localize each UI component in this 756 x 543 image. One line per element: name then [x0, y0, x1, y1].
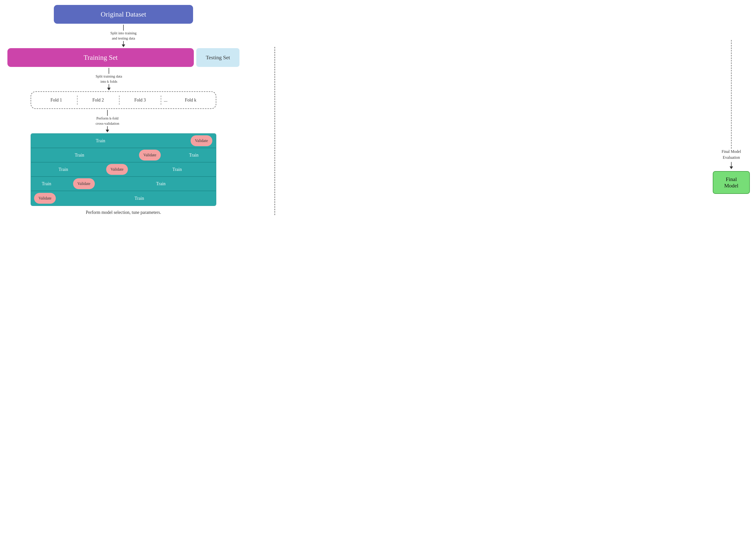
kfold-row3-train-left: Train — [31, 162, 96, 176]
arrow2-group: Split training data into k folds — [96, 68, 122, 90]
arrow3-line2 — [107, 126, 108, 130]
fold-1: Fold 1 — [36, 96, 78, 105]
kfold-row3-train-right: Train — [139, 162, 216, 176]
kfold-row-3: Train Validate Train — [31, 162, 216, 177]
kfold-row2-train-right: Train — [172, 148, 216, 162]
folds-container: Fold 1 Fold 2 Fold 3 ... Fold k — [31, 91, 216, 109]
bottom-label: Perform model selection, tune parameters… — [31, 210, 216, 215]
dashed-line-vertical — [275, 47, 275, 215]
arrow1-line — [123, 25, 124, 31]
arrow1-group: Split into training and testing data — [110, 25, 137, 47]
folds-section: Fold 1 Fold 2 Fold 3 ... Fold k — [7, 91, 239, 109]
kfold-row-1: Train Validate — [31, 134, 216, 148]
kfold-row-5: Validate Train — [31, 191, 216, 205]
arrow3-tip — [106, 130, 109, 132]
kfold-row5-train-right: Train — [63, 191, 216, 205]
arrow2-label-line2: into k folds — [100, 80, 117, 83]
arrow3-line — [107, 110, 108, 116]
arrow3-group: Perform k-fold cross-validation — [96, 110, 119, 132]
arrow3-label-line1: Perform k-fold — [96, 116, 119, 120]
arrow2-line2 — [109, 84, 109, 88]
kfold-row2-validate: Validate — [139, 150, 161, 161]
kfold-row1-train-left: Train — [31, 134, 170, 148]
kfold-row4-validate: Validate — [73, 178, 95, 189]
kfold-row4-train-left: Train — [31, 177, 62, 191]
arrow1-label-line2: and testing data — [112, 36, 135, 40]
arrow1-tip — [122, 44, 125, 47]
arrow1-label-line1: Split into training — [110, 31, 137, 35]
kfold-row-2: Train Validate Train — [31, 148, 216, 162]
training-set-box: Training Set — [7, 48, 194, 67]
arrow3-label-line2: cross-validation — [96, 121, 119, 125]
original-dataset-box: Original Dataset — [54, 5, 193, 24]
kfold-row3-validate: Validate — [106, 164, 128, 175]
arrow2-label-line1: Split training data — [96, 74, 122, 78]
fold-k: Fold k — [170, 96, 211, 105]
fold-2: Fold 2 — [78, 96, 119, 105]
kfold-grid: Train Validate Train Valida — [31, 133, 216, 206]
right-column — [239, 5, 289, 215]
testing-set-box: Testing Set — [196, 48, 239, 67]
fold-3: Fold 3 — [119, 96, 161, 105]
arrow2-tip — [107, 88, 111, 90]
training-testing-row: Training Set Testing Set — [7, 48, 239, 67]
kfold-row1-validate: Validate — [191, 135, 212, 146]
kfold-row2-train-left: Train — [31, 148, 128, 162]
kfold-row-4: Train Validate Train — [31, 177, 216, 191]
diagram: Original Dataset Split into training and… — [7, 5, 289, 215]
arrow2-line — [109, 68, 109, 74]
kfold-row4-train-right: Train — [106, 177, 216, 191]
left-column: Original Dataset Split into training and… — [7, 5, 239, 215]
fold-dots: ... — [161, 95, 170, 105]
arrow1-line2 — [123, 41, 124, 44]
kfold-row5-validate: Validate — [34, 193, 56, 204]
